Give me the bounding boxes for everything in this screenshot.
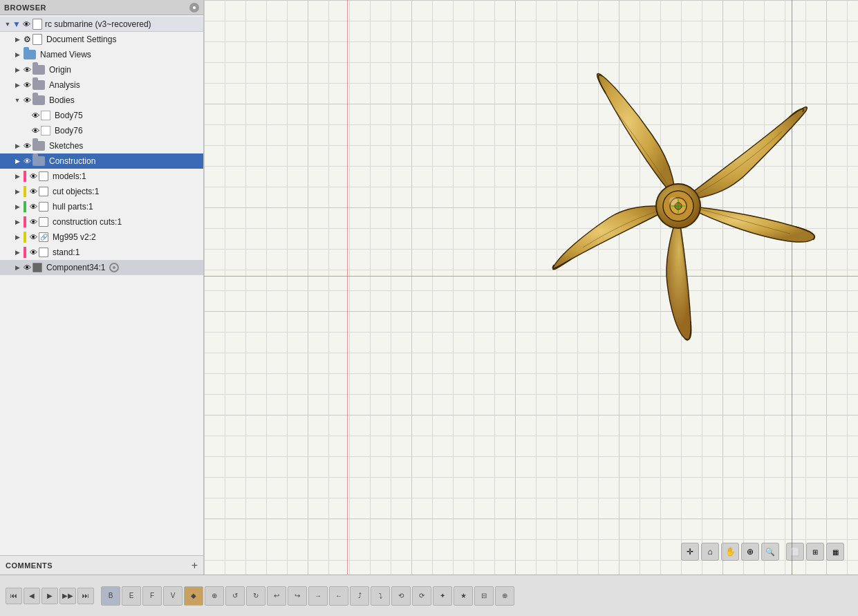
tool-btn-12[interactable]: ←: [329, 586, 348, 606]
viewport[interactable]: ✛ ⌂ ✋ ⊕ 🔍 ⬜ ⊞ ▦: [204, 0, 858, 575]
nav-play-btn[interactable]: ▶: [41, 588, 58, 604]
propeller-model: [533, 41, 823, 375]
eye-hullparts1[interactable]: 👁: [30, 203, 37, 211]
vp-home-btn[interactable]: ⌂: [701, 543, 719, 561]
tool-btn-7[interactable]: ↺: [225, 586, 245, 606]
models1-label: models:1: [53, 171, 86, 181]
sidebar-item-analysis[interactable]: 👁 Analysis: [0, 77, 203, 93]
sidebar-item-document-settings[interactable]: ⚙ Document Settings: [0, 32, 203, 47]
expand-component341[interactable]: [12, 263, 22, 272]
tool-btn-20[interactable]: ⊕: [495, 586, 514, 606]
expand-cutobjects1[interactable]: [12, 187, 22, 196]
tool-btn-15[interactable]: ⟲: [391, 586, 411, 606]
tool-btn-4[interactable]: V: [163, 586, 183, 606]
vp-zoom-btn[interactable]: 🔍: [761, 543, 779, 561]
sidebar-item-hullparts1[interactable]: 👁 hull parts:1: [0, 199, 203, 214]
body76-label: Body76: [55, 126, 83, 136]
eye-construction[interactable]: 👁: [24, 157, 31, 165]
tool-btn-10[interactable]: ↪: [288, 586, 307, 606]
cutobjects1-color-bar: [24, 186, 26, 197]
expand-constructioncuts1[interactable]: [12, 217, 22, 227]
comments-label: COMMENTS: [6, 561, 53, 570]
tool-btn-14[interactable]: ⤵: [371, 586, 390, 606]
browser-close-button[interactable]: ●: [189, 3, 199, 12]
tool-btn-16[interactable]: ⟳: [412, 586, 431, 606]
tool-btn-6[interactable]: ⊕: [205, 586, 224, 606]
tool-btn-5[interactable]: ◆: [184, 586, 203, 606]
vp-cursor-btn[interactable]: ✛: [681, 543, 699, 561]
eye-component341[interactable]: 👁: [24, 263, 31, 272]
expand-mg995v22[interactable]: [12, 232, 22, 242]
eye-analysis[interactable]: 👁: [24, 81, 31, 89]
main-area: BROWSER ● ▼ 👁 rc submarine (v3~recovered…: [0, 0, 858, 575]
sidebar-item-bodies[interactable]: 👁 Bodies: [0, 93, 203, 108]
vp-display3-btn[interactable]: ▦: [826, 543, 844, 561]
sidebar-item-construction[interactable]: 👁 Construction: [0, 153, 203, 169]
origin-label: Origin: [49, 65, 71, 75]
sidebar-item-named-views[interactable]: Named Views: [0, 47, 203, 62]
expand-analysis[interactable]: [12, 80, 22, 90]
expand-models1[interactable]: [12, 171, 22, 181]
tool-buttons: B E F V ◆ ⊕ ↺ ↻ ↩ ↪ → ← ⤴ ⤵ ⟲ ⟳ ✦ ★ ⊟ ⊕: [101, 586, 514, 606]
eye-root[interactable]: 👁: [23, 20, 30, 28]
expand-bodies[interactable]: [12, 95, 22, 105]
eye-models1[interactable]: 👁: [30, 172, 37, 180]
eye-cutobjects1[interactable]: 👁: [30, 187, 37, 196]
tool-btn-9[interactable]: ↩: [267, 586, 286, 606]
expand-named-views[interactable]: [12, 50, 22, 59]
vp-orbit-btn[interactable]: ⊕: [741, 543, 759, 561]
tree-root-item[interactable]: ▼ 👁 rc submarine (v3~recovered): [0, 17, 203, 32]
sidebar-item-stand1[interactable]: 👁 stand:1: [0, 245, 203, 260]
tool-btn-11[interactable]: →: [308, 586, 328, 606]
eye-constructioncuts1[interactable]: 👁: [30, 218, 37, 226]
nav-next-btn[interactable]: ▶▶: [59, 588, 76, 604]
sidebar-item-origin[interactable]: 👁 Origin: [0, 62, 203, 77]
nav-prev-btn[interactable]: ◀: [24, 588, 40, 604]
tool-btn-8[interactable]: ↻: [246, 586, 265, 606]
sidebar-item-component341[interactable]: 👁 Component34:1: [0, 260, 203, 275]
body75-label: Body75: [55, 111, 83, 120]
tool-btn-2[interactable]: E: [122, 586, 141, 606]
nav-first-btn[interactable]: ⏮: [6, 588, 22, 604]
eye-origin[interactable]: 👁: [24, 66, 31, 74]
sidebar-item-mg995v22[interactable]: 👁 🔗 Mg995 v2:2: [0, 230, 203, 245]
bottom-toolbar: ⏮ ◀ ▶ ▶▶ ⏭ B E F V ◆ ⊕ ↺ ↻ ↩ ↪ → ← ⤴ ⤵ ⟲…: [0, 575, 858, 616]
construction-folder-icon: [32, 156, 45, 166]
sidebar-item-body75[interactable]: 👁 Body75: [0, 108, 203, 123]
sidebar-item-constructioncuts1[interactable]: 👁 construction cuts:1: [0, 214, 203, 230]
add-comment-button[interactable]: +: [192, 559, 198, 572]
expand-hullparts1[interactable]: [12, 202, 22, 212]
sidebar-item-sketches[interactable]: 👁 Sketches: [0, 138, 203, 153]
component341-icon: [32, 263, 42, 272]
eye-sketches[interactable]: 👁: [24, 142, 31, 150]
sidebar-item-body76[interactable]: 👁 Body76: [0, 123, 203, 138]
tool-btn-1[interactable]: B: [101, 586, 120, 606]
models1-color-bar: [24, 171, 26, 182]
tool-btn-13[interactable]: ⤴: [350, 586, 369, 606]
vp-display2-btn[interactable]: ⊞: [806, 543, 824, 561]
vp-pan-btn[interactable]: ✋: [721, 543, 739, 561]
sidebar-item-models1[interactable]: 👁 models:1: [0, 169, 203, 184]
sidebar-item-cutobjects1[interactable]: 👁 cut objects:1: [0, 184, 203, 199]
eye-body76[interactable]: 👁: [32, 127, 39, 135]
eye-body75[interactable]: 👁: [32, 111, 39, 120]
constructioncuts1-icon: [39, 217, 48, 227]
component341-label: Component34:1: [46, 263, 105, 272]
eye-bodies[interactable]: 👁: [24, 96, 31, 104]
tool-btn-17[interactable]: ✦: [433, 586, 452, 606]
hullparts1-label: hull parts:1: [53, 202, 93, 212]
expand-construction[interactable]: [12, 156, 22, 166]
nav-last-btn[interactable]: ⏭: [77, 588, 94, 604]
eye-mg995v22[interactable]: 👁: [30, 233, 37, 241]
browser-header: BROWSER ●: [0, 0, 203, 15]
vp-display1-btn[interactable]: ⬜: [786, 543, 804, 561]
eye-stand1[interactable]: 👁: [30, 248, 37, 256]
expand-stand1[interactable]: [12, 248, 22, 257]
tool-btn-3[interactable]: F: [142, 586, 162, 606]
expand-origin[interactable]: [12, 65, 22, 75]
root-expand[interactable]: [3, 19, 12, 29]
expand-doc-settings[interactable]: [12, 35, 22, 44]
tool-btn-18[interactable]: ★: [454, 586, 473, 606]
tool-btn-19[interactable]: ⊟: [474, 586, 494, 606]
expand-sketches[interactable]: [12, 141, 22, 151]
